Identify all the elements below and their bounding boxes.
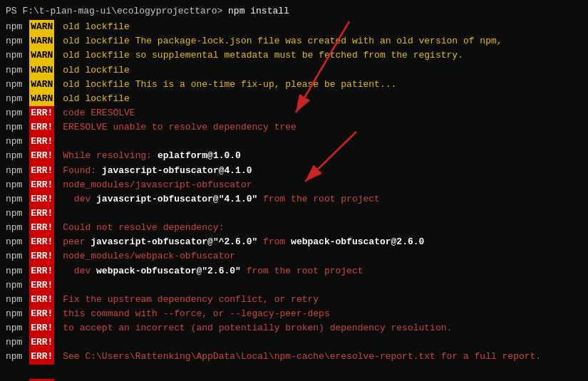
err-badge: ERR!	[29, 293, 54, 307]
prompt-command: npm install	[228, 4, 289, 19]
line-8: npm ERR! ERESOLVE unable to resolve depe…	[6, 120, 582, 135]
err-badge: ERR!	[29, 178, 54, 192]
line-16: npm ERR! peer javascript-obfuscator@"^2.…	[6, 235, 582, 249]
line-25: npm ERR! A complete log of this run can …	[6, 379, 582, 381]
line-18: npm ERR! dev webpack-obfuscator@"2.6.0" …	[6, 264, 582, 278]
warn-badge: WARN	[29, 34, 54, 48]
line-14: npm ERR!	[6, 207, 582, 221]
line-10: npm ERR! While resolving: eplatform@1.0.…	[6, 149, 582, 163]
line-23: npm ERR!	[6, 335, 582, 350]
warn-badge: WARN	[29, 78, 54, 92]
line-9: npm ERR!	[6, 135, 582, 149]
terminal-window: PS F:\t-plan-mag-ui\ecologyprojecttaro> …	[0, 0, 588, 381]
warn-badge: WARN	[29, 63, 54, 78]
line-1: npm WARN old lockfile	[6, 20, 582, 34]
line-2: npm WARN old lockfile The package-lock.j…	[6, 34, 582, 48]
err-badge: ERR!	[29, 249, 54, 263]
warn-badge: WARN	[29, 92, 54, 106]
blank-line	[6, 365, 582, 379]
line-13: npm ERR! dev javascript-obfuscator@"4.1.…	[6, 192, 582, 207]
err-badge: ERR!	[29, 135, 54, 149]
err-badge: ERR!	[29, 106, 54, 120]
err-badge: ERR!	[29, 235, 54, 249]
line-17: npm ERR! node_modules/webpack-obfuscator	[6, 249, 582, 263]
line-7: npm ERR! code ERESOLVE	[6, 106, 582, 120]
err-badge: ERR!	[29, 207, 54, 221]
err-badge: ERR!	[29, 335, 54, 350]
err-badge: ERR!	[29, 350, 54, 364]
line-11: npm ERR! Found: javascript-obfuscator@4.…	[6, 164, 582, 178]
warn-badge: WARN	[29, 48, 54, 63]
line-12: npm ERR! node_modules/javascript-obfusca…	[6, 178, 582, 192]
err-badge: ERR!	[29, 120, 54, 135]
err-badge: ERR!	[29, 149, 54, 163]
prompt-path: PS F:\t-plan-mag-ui\ecologyprojecttaro>	[6, 4, 228, 19]
err-badge: ERR!	[29, 321, 54, 335]
line-15: npm ERR! Could not resolve dependency:	[6, 221, 582, 235]
err-badge: ERR!	[29, 379, 54, 381]
line-22: npm ERR! to accept an incorrect (and pot…	[6, 321, 582, 335]
line-19: npm ERR!	[6, 278, 582, 293]
warn-badge: WARN	[29, 20, 54, 34]
err-badge: ERR!	[29, 264, 54, 278]
err-badge: ERR!	[29, 221, 54, 235]
prompt-line: PS F:\t-plan-mag-ui\ecologyprojecttaro> …	[6, 4, 582, 19]
err-badge: ERR!	[29, 192, 54, 207]
err-badge: ERR!	[29, 164, 54, 178]
line-21: npm ERR! this command with --force, or -…	[6, 307, 582, 321]
err-badge: ERR!	[29, 278, 54, 293]
line-20: npm ERR! Fix the upstream dependency con…	[6, 293, 582, 307]
line-24: npm ERR! See C:\Users\Rattenking\AppData…	[6, 350, 582, 364]
line-3: npm WARN old lockfile so supplemental me…	[6, 48, 582, 63]
line-6: npm WARN old lockfile	[6, 92, 582, 106]
line-5: npm WARN old lockfile This is a one-time…	[6, 78, 582, 92]
err-badge: ERR!	[29, 307, 54, 321]
line-4: npm WARN old lockfile	[6, 63, 582, 78]
